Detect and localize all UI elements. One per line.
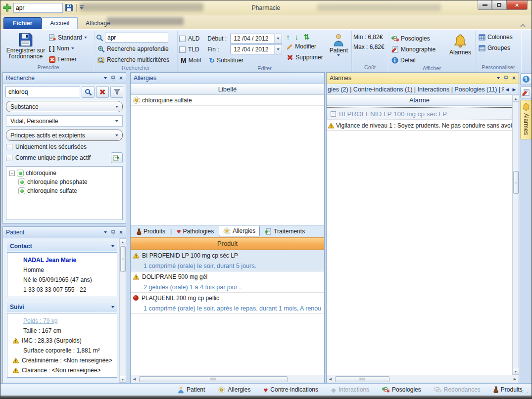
alarmes-tabs-text[interactable]: gies (2) | Contre-indications (1) | Inte… [328,86,504,93]
scrollbar-thumb[interactable]: ≡ [120,246,126,272]
collapse-group-icon[interactable]: − [331,111,336,117]
allergy-row[interactable]: chloroquine sulfate [131,95,324,106]
modifier-button[interactable]: Modifier [285,42,324,51]
fermer-button[interactable]: Fermer [48,54,89,64]
fin-date-field[interactable]: 12 /04 / 2012 [230,44,282,54]
posologies-button[interactable]: Posologies [390,34,445,44]
tabs-scroll-right-icon[interactable]: ▶ [511,87,518,92]
tab-accueil[interactable]: Accueil [42,17,78,29]
tab-pathologies[interactable]: ♥ Pathologies [176,226,215,236]
monographie-button[interactable]: Monographie [390,44,445,54]
produit-row[interactable]: DOLIPRANE 500 mg gél 2 gélules (orale) 1… [131,271,324,293]
resize-grip[interactable]: ⋰⋰ [520,390,530,395]
minimize-button[interactable] [478,0,492,10]
alarme-column-header[interactable]: Alarme [327,95,512,106]
contact-section-header[interactable]: Contact [7,241,117,251]
maximize-button[interactable] [492,0,506,10]
tree-node-root[interactable]: − chloroquine [7,169,121,177]
move-down-icon[interactable]: ↓ [295,34,299,41]
produit-column-header[interactable]: Produit [131,237,324,250]
close-panel-icon[interactable]: × [119,75,123,82]
pin-icon[interactable] [504,76,508,81]
search-button[interactable] [82,86,95,98]
collapse-ribbon-icon[interactable] [520,24,526,27]
recherche-approfondie-button[interactable]: Recherche approfondie [96,44,170,54]
securisees-checkbox[interactable]: Uniquement les sécurisées [3,142,126,151]
alarmes-vertical-scrollbar[interactable]: ▲ ≡ ▼ [512,95,519,375]
scrollbar-thumb[interactable]: ⦀⦀⦀ [139,376,288,382]
statusbar-allergies[interactable]: Allergies [218,386,250,394]
detail-sphere-icon[interactable] [520,73,532,85]
clear-search-button[interactable] [96,86,109,98]
statusbar-patient[interactable]: Patient [178,386,205,394]
fin-date-dropdown[interactable] [274,45,282,54]
statusbar-contre-indications[interactable]: ♥ Contre-indications [263,386,318,394]
tld-checkbox[interactable]: TLD [179,44,204,54]
scrollbar-thumb[interactable]: ≡ [513,171,519,194]
filter-icon[interactable] [110,86,123,98]
close-button[interactable]: × [506,0,528,10]
groupes-button[interactable]: Groupes [477,43,512,53]
export-list-button[interactable] [111,152,123,163]
save-icon[interactable] [65,3,73,12]
scroll-left-icon[interactable]: ◀ [131,376,138,383]
supprimer-button[interactable]: Supprimer [285,52,324,62]
tab-fichier[interactable]: Fichier [3,17,42,29]
statusbar-produits[interactable]: Produits [493,386,523,393]
collapse-node-icon[interactable]: − [9,171,15,176]
principe-actif-checkbox[interactable]: Comme unique principe actif [3,151,126,164]
alarme-row[interactable]: Vigilance de niveau 1 : Soyez prudents. … [327,120,512,131]
pin-icon[interactable] [111,230,115,235]
scroll-right-icon[interactable]: ▶ [511,376,519,383]
poids-link[interactable]: Poids : 79 kg [23,317,57,324]
tabs-scroll-left-icon[interactable]: ◀ [504,87,511,92]
suivi-section-header[interactable]: Suivi [7,302,117,312]
panel-splitter[interactable] [126,72,130,383]
alarmes-horizontal-scrollbar[interactable]: ◀ ⦀⦀⦀ ▶ [327,375,519,383]
panel-menu-icon[interactable] [104,77,107,79]
pin-icon[interactable] [111,76,115,81]
monographie-rail-icon[interactable] [520,87,532,98]
produit-row[interactable]: PLAQUENIL 200 mg cp pellic 1 comprimé (o… [131,293,324,314]
save-ordonnance-button[interactable]: Enregistrer sur l'ordonnance [4,31,48,61]
quick-search-input[interactable] [13,3,63,13]
scroll-left-icon[interactable]: ◀ [327,376,334,383]
recherche-multicriteres-button[interactable]: Recherche multicritères [96,55,171,65]
add-icon[interactable] [3,3,11,12]
scope-dropdown[interactable]: Principes actifs et excipients [6,130,123,141]
tab-produits[interactable]: Produits [136,227,166,236]
tree-node-child[interactable]: chloroquine sulfate [7,186,121,195]
panel-menu-icon[interactable] [497,77,500,79]
ribbon-search-input[interactable] [105,33,168,43]
panel-menu-icon[interactable] [104,231,107,233]
substituer-button[interactable]: ↻Substituer [207,55,282,65]
scroll-up-icon[interactable]: ▲ [120,238,126,245]
scrollbar-thumb[interactable]: ⦀⦀⦀ [335,376,389,382]
search-type-dropdown[interactable]: Substance [6,101,123,112]
scroll-down-icon[interactable]: ▼ [513,368,519,375]
recherche-search-input[interactable] [5,87,80,97]
tree-node-child[interactable]: chloroquine phosphate [7,177,121,186]
tab-allergies[interactable]: Allergies [219,226,260,236]
statusbar-posologies[interactable]: Posologies [382,386,421,393]
detail-button[interactable]: Détail [390,55,445,65]
produit-horizontal-scrollbar[interactable]: ◀ ⦀⦀⦀ [131,375,324,383]
customize-quick-access-icon[interactable] [80,5,84,10]
debut-date-dropdown[interactable] [274,34,282,43]
debut-date-field[interactable]: 12 /04 / 2012 [230,34,282,44]
colonnes-button[interactable]: Colonnes [477,32,514,42]
close-panel-icon[interactable]: × [119,229,123,236]
nom-button[interactable]: [ ] Nom [48,44,89,53]
standard-button[interactable]: Standard [48,33,89,43]
motif-button[interactable]: MMotif [179,55,204,65]
alarmes-tab-strip[interactable]: gies (2) | Contre-indications (1) | Inte… [327,84,519,95]
scroll-down-icon[interactable]: ▼ [120,376,126,383]
sources-dropdown[interactable]: Vidal, Personnelle [6,115,123,127]
patient-name[interactable]: NADAL Jean Marie [23,257,76,264]
alarmes-side-tab[interactable]: Alarmes [520,100,532,139]
patient-vertical-scrollbar[interactable]: ▲ ≡ ▼ [119,238,126,383]
alarmes-button[interactable]: Alarmes [447,32,473,57]
ald-checkbox[interactable]: ALD [179,34,204,44]
libelle-column-header[interactable]: Libellé [131,84,324,95]
move-up-icon[interactable]: ↑ [286,34,290,41]
